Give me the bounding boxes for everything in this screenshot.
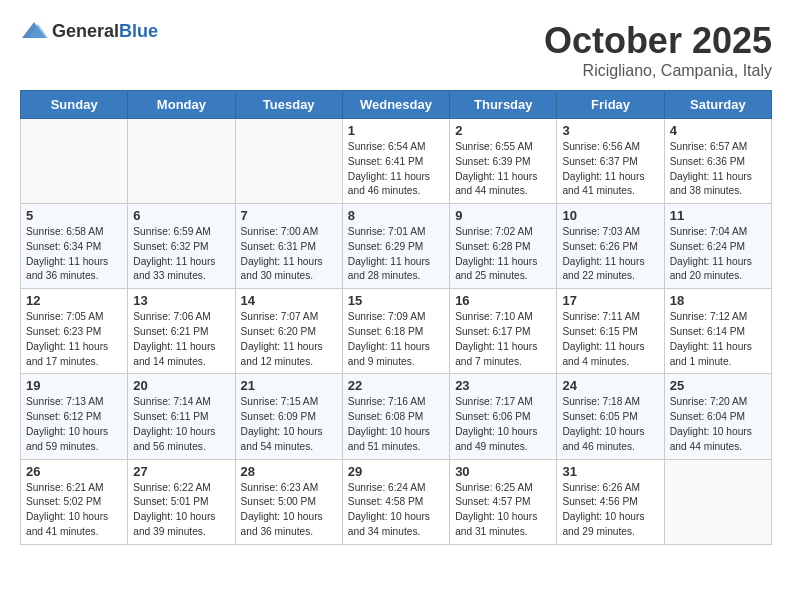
day-info: Sunrise: 7:13 AMSunset: 6:12 PMDaylight:…	[26, 395, 122, 454]
calendar-cell: 31Sunrise: 6:26 AMSunset: 4:56 PMDayligh…	[557, 459, 664, 544]
day-number: 16	[455, 293, 551, 308]
day-number: 5	[26, 208, 122, 223]
weekday-header-wednesday: Wednesday	[342, 91, 449, 119]
day-number: 3	[562, 123, 658, 138]
day-info: Sunrise: 7:20 AMSunset: 6:04 PMDaylight:…	[670, 395, 766, 454]
day-number: 28	[241, 464, 337, 479]
day-info: Sunrise: 6:56 AMSunset: 6:37 PMDaylight:…	[562, 140, 658, 199]
day-info: Sunrise: 7:06 AMSunset: 6:21 PMDaylight:…	[133, 310, 229, 369]
calendar-cell: 12Sunrise: 7:05 AMSunset: 6:23 PMDayligh…	[21, 289, 128, 374]
day-number: 7	[241, 208, 337, 223]
day-number: 22	[348, 378, 444, 393]
day-info: Sunrise: 6:55 AMSunset: 6:39 PMDaylight:…	[455, 140, 551, 199]
calendar-cell: 19Sunrise: 7:13 AMSunset: 6:12 PMDayligh…	[21, 374, 128, 459]
calendar-cell	[235, 119, 342, 204]
calendar-cell: 7Sunrise: 7:00 AMSunset: 6:31 PMDaylight…	[235, 204, 342, 289]
calendar-cell: 20Sunrise: 7:14 AMSunset: 6:11 PMDayligh…	[128, 374, 235, 459]
day-info: Sunrise: 6:26 AMSunset: 4:56 PMDaylight:…	[562, 481, 658, 540]
calendar-cell	[128, 119, 235, 204]
day-info: Sunrise: 7:03 AMSunset: 6:26 PMDaylight:…	[562, 225, 658, 284]
weekday-header-monday: Monday	[128, 91, 235, 119]
calendar-table: SundayMondayTuesdayWednesdayThursdayFrid…	[20, 90, 772, 545]
day-number: 4	[670, 123, 766, 138]
day-number: 21	[241, 378, 337, 393]
day-number: 27	[133, 464, 229, 479]
day-number: 19	[26, 378, 122, 393]
calendar-cell: 30Sunrise: 6:25 AMSunset: 4:57 PMDayligh…	[450, 459, 557, 544]
calendar-cell: 23Sunrise: 7:17 AMSunset: 6:06 PMDayligh…	[450, 374, 557, 459]
calendar-cell: 27Sunrise: 6:22 AMSunset: 5:01 PMDayligh…	[128, 459, 235, 544]
calendar-header: SundayMondayTuesdayWednesdayThursdayFrid…	[21, 91, 772, 119]
logo-general: General	[52, 21, 119, 41]
logo-text: GeneralBlue	[52, 21, 158, 42]
day-info: Sunrise: 7:11 AMSunset: 6:15 PMDaylight:…	[562, 310, 658, 369]
calendar-cell: 18Sunrise: 7:12 AMSunset: 6:14 PMDayligh…	[664, 289, 771, 374]
weekday-header-tuesday: Tuesday	[235, 91, 342, 119]
day-info: Sunrise: 6:59 AMSunset: 6:32 PMDaylight:…	[133, 225, 229, 284]
calendar-cell: 25Sunrise: 7:20 AMSunset: 6:04 PMDayligh…	[664, 374, 771, 459]
day-number: 18	[670, 293, 766, 308]
day-info: Sunrise: 7:02 AMSunset: 6:28 PMDaylight:…	[455, 225, 551, 284]
calendar-cell: 8Sunrise: 7:01 AMSunset: 6:29 PMDaylight…	[342, 204, 449, 289]
logo-icon	[20, 20, 48, 42]
day-info: Sunrise: 6:21 AMSunset: 5:02 PMDaylight:…	[26, 481, 122, 540]
calendar-week-row: 19Sunrise: 7:13 AMSunset: 6:12 PMDayligh…	[21, 374, 772, 459]
calendar-cell	[664, 459, 771, 544]
calendar-cell: 13Sunrise: 7:06 AMSunset: 6:21 PMDayligh…	[128, 289, 235, 374]
calendar-week-row: 5Sunrise: 6:58 AMSunset: 6:34 PMDaylight…	[21, 204, 772, 289]
calendar-week-row: 26Sunrise: 6:21 AMSunset: 5:02 PMDayligh…	[21, 459, 772, 544]
calendar-cell: 2Sunrise: 6:55 AMSunset: 6:39 PMDaylight…	[450, 119, 557, 204]
day-number: 24	[562, 378, 658, 393]
day-number: 17	[562, 293, 658, 308]
day-number: 1	[348, 123, 444, 138]
calendar-cell: 14Sunrise: 7:07 AMSunset: 6:20 PMDayligh…	[235, 289, 342, 374]
day-number: 30	[455, 464, 551, 479]
day-info: Sunrise: 6:57 AMSunset: 6:36 PMDaylight:…	[670, 140, 766, 199]
calendar-cell: 24Sunrise: 7:18 AMSunset: 6:05 PMDayligh…	[557, 374, 664, 459]
weekday-header-saturday: Saturday	[664, 91, 771, 119]
day-number: 26	[26, 464, 122, 479]
calendar-cell: 26Sunrise: 6:21 AMSunset: 5:02 PMDayligh…	[21, 459, 128, 544]
day-info: Sunrise: 6:23 AMSunset: 5:00 PMDaylight:…	[241, 481, 337, 540]
day-info: Sunrise: 7:15 AMSunset: 6:09 PMDaylight:…	[241, 395, 337, 454]
day-info: Sunrise: 7:12 AMSunset: 6:14 PMDaylight:…	[670, 310, 766, 369]
calendar-cell: 28Sunrise: 6:23 AMSunset: 5:00 PMDayligh…	[235, 459, 342, 544]
day-number: 11	[670, 208, 766, 223]
day-info: Sunrise: 7:09 AMSunset: 6:18 PMDaylight:…	[348, 310, 444, 369]
calendar-cell: 10Sunrise: 7:03 AMSunset: 6:26 PMDayligh…	[557, 204, 664, 289]
day-number: 6	[133, 208, 229, 223]
day-info: Sunrise: 7:01 AMSunset: 6:29 PMDaylight:…	[348, 225, 444, 284]
day-number: 12	[26, 293, 122, 308]
weekday-header-thursday: Thursday	[450, 91, 557, 119]
day-info: Sunrise: 7:16 AMSunset: 6:08 PMDaylight:…	[348, 395, 444, 454]
day-number: 13	[133, 293, 229, 308]
day-number: 20	[133, 378, 229, 393]
day-number: 25	[670, 378, 766, 393]
location-subtitle: Ricigliano, Campania, Italy	[544, 62, 772, 80]
calendar-body: 1Sunrise: 6:54 AMSunset: 6:41 PMDaylight…	[21, 119, 772, 545]
calendar-week-row: 12Sunrise: 7:05 AMSunset: 6:23 PMDayligh…	[21, 289, 772, 374]
day-info: Sunrise: 7:18 AMSunset: 6:05 PMDaylight:…	[562, 395, 658, 454]
calendar-cell: 9Sunrise: 7:02 AMSunset: 6:28 PMDaylight…	[450, 204, 557, 289]
calendar-cell: 3Sunrise: 6:56 AMSunset: 6:37 PMDaylight…	[557, 119, 664, 204]
calendar-week-row: 1Sunrise: 6:54 AMSunset: 6:41 PMDaylight…	[21, 119, 772, 204]
calendar-cell: 6Sunrise: 6:59 AMSunset: 6:32 PMDaylight…	[128, 204, 235, 289]
day-number: 10	[562, 208, 658, 223]
day-number: 9	[455, 208, 551, 223]
calendar-cell: 16Sunrise: 7:10 AMSunset: 6:17 PMDayligh…	[450, 289, 557, 374]
day-info: Sunrise: 7:04 AMSunset: 6:24 PMDaylight:…	[670, 225, 766, 284]
day-info: Sunrise: 6:24 AMSunset: 4:58 PMDaylight:…	[348, 481, 444, 540]
day-info: Sunrise: 6:58 AMSunset: 6:34 PMDaylight:…	[26, 225, 122, 284]
page-header: GeneralBlue October 2025 Ricigliano, Cam…	[20, 20, 772, 80]
calendar-cell: 4Sunrise: 6:57 AMSunset: 6:36 PMDaylight…	[664, 119, 771, 204]
day-number: 15	[348, 293, 444, 308]
calendar-cell: 5Sunrise: 6:58 AMSunset: 6:34 PMDaylight…	[21, 204, 128, 289]
month-title: October 2025	[544, 20, 772, 62]
day-info: Sunrise: 6:22 AMSunset: 5:01 PMDaylight:…	[133, 481, 229, 540]
day-info: Sunrise: 7:17 AMSunset: 6:06 PMDaylight:…	[455, 395, 551, 454]
weekday-header-sunday: Sunday	[21, 91, 128, 119]
calendar-cell: 15Sunrise: 7:09 AMSunset: 6:18 PMDayligh…	[342, 289, 449, 374]
calendar-cell: 11Sunrise: 7:04 AMSunset: 6:24 PMDayligh…	[664, 204, 771, 289]
calendar-cell: 17Sunrise: 7:11 AMSunset: 6:15 PMDayligh…	[557, 289, 664, 374]
day-number: 8	[348, 208, 444, 223]
